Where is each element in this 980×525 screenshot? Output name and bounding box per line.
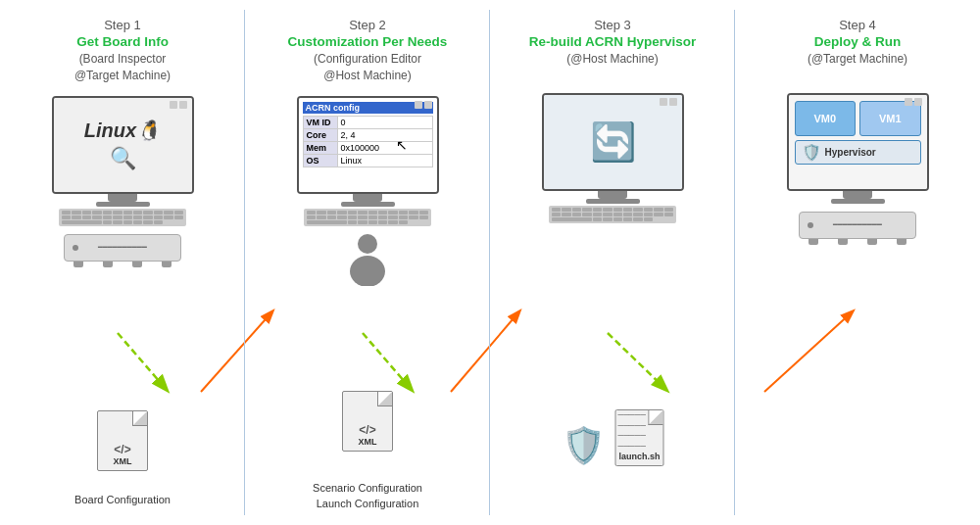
step1-monitor: Linux🐧 🔍 (52, 96, 194, 194)
magnifier-icon: 🔍 (110, 146, 136, 171)
table-row: Mem0x100000 (303, 141, 432, 154)
step2-xml-label: XML (359, 437, 377, 447)
step4-subtitle: (@Target Machine) (808, 51, 907, 68)
step2-monitor-wrap: ACRN config VM ID0 Core2, 4 Mem0x100000 … (297, 96, 439, 207)
step2-title: Customization Per Needs (288, 34, 448, 49)
step4-device: ━━━━━━━━━━ (799, 212, 916, 239)
step1-monitor-stand (108, 194, 137, 202)
step4-label: Step 4 (839, 18, 876, 32)
step4-monitor: VM0 VM1 🛡️ Hypervisor (787, 93, 929, 191)
step2-keyboard (304, 209, 431, 226)
step4-col: Step 4 Deploy & Run (@Target Machine) VM… (735, 0, 980, 525)
step3-monitor-wrap: 🔄 (542, 93, 684, 204)
hypervisor-shield-icon: 🛡️ (802, 143, 821, 162)
step3-label: Step 3 (594, 18, 631, 32)
step4-title: Deploy & Run (814, 34, 902, 49)
svg-point-6 (358, 234, 377, 254)
step1-monitor-wrap: Linux🐧 🔍 (52, 96, 194, 207)
acrn-shield-icon: 🛡️ (562, 425, 606, 466)
step3-monitor: 🔄 (542, 93, 684, 191)
step1-xml-label: XML (114, 456, 132, 466)
step1-monitor-base (96, 202, 150, 207)
step3-title: Re-build ACRN Hypervisor (529, 34, 697, 49)
step3-monitor-stand (598, 191, 627, 199)
step1-device: ━━━━━━━━━━ (64, 234, 181, 262)
svg-point-7 (350, 256, 385, 286)
step1-xml-file: </> XML (97, 410, 148, 471)
step3-monitor-base (586, 199, 640, 204)
step2-subtitle: (Configuration Editor@Host Machine) (314, 51, 421, 84)
step1-bottom-label: Board Configuration (74, 493, 171, 507)
launch-sh-file: ──────────────────── launch.sh (615, 409, 664, 466)
step1-label: Step 1 (104, 18, 141, 32)
vm-screen: VM0 VM1 🛡️ Hypervisor (789, 95, 927, 189)
step1-device-legs (64, 262, 181, 267)
step2-monitor-base (341, 202, 395, 207)
hypervisor-label: Hypervisor (825, 147, 876, 158)
config-table: VM ID0 Core2, 4 Mem0x100000 OSLinux (303, 116, 433, 167)
step2-col: Step 2 Customization Per Needs (Configur… (245, 0, 490, 525)
step2-bottom-label: Scenario ConfigurationLaunch Configurati… (313, 481, 422, 511)
step4-device-legs (799, 239, 916, 245)
step3-col: Step 3 Re-build ACRN Hypervisor (@Host M… (490, 0, 735, 525)
linux-logo: Linux🐧 (84, 119, 161, 142)
step2-label: Step 2 (349, 18, 386, 32)
step2-xml-file: </> XML (342, 391, 393, 452)
step1-keyboard (59, 209, 186, 226)
step2-xml-tag: </> (359, 423, 375, 437)
vm1-box: VM1 (859, 101, 921, 136)
hypervisor-row: 🛡️ Hypervisor (795, 140, 921, 165)
step1-col: Step 1 Get Board Info (Board Inspector@T… (0, 0, 245, 525)
person-icon (343, 232, 392, 290)
linux-screen: Linux🐧 🔍 (54, 98, 192, 192)
table-row: Core2, 4 (303, 128, 432, 141)
step1-xml-tag: </> (114, 443, 130, 456)
step2-monitor: ACRN config VM ID0 Core2, 4 Mem0x100000 … (297, 96, 439, 194)
step4-monitor-base (831, 199, 885, 204)
table-screen: ACRN config VM ID0 Core2, 4 Mem0x100000 … (299, 98, 437, 192)
step2-monitor-stand (353, 194, 382, 202)
step4-monitor-stand (843, 191, 872, 199)
step3-keyboard (549, 206, 676, 223)
table-row: OSLinux (303, 154, 432, 167)
vm0-box: VM0 (795, 101, 857, 136)
diagram-container: Step 1 Get Board Info (Board Inspector@T… (0, 0, 980, 525)
reload-screen: 🔄 (544, 95, 682, 189)
step4-monitor-wrap: VM0 VM1 🛡️ Hypervisor (787, 93, 929, 204)
step1-title: Get Board Info (76, 34, 169, 49)
step3-subtitle: (@Host Machine) (566, 51, 659, 68)
step3-bottom-icons: 🛡️ ──────────────────── launch.sh (562, 409, 664, 466)
vm-row: VM0 VM1 (795, 101, 921, 136)
launch-sh-label: launch.sh (618, 452, 660, 461)
table-row: VM ID0 (303, 116, 432, 128)
reload-icon: 🔄 (590, 120, 636, 164)
step1-subtitle: (Board Inspector@Target Machine) (74, 51, 171, 84)
